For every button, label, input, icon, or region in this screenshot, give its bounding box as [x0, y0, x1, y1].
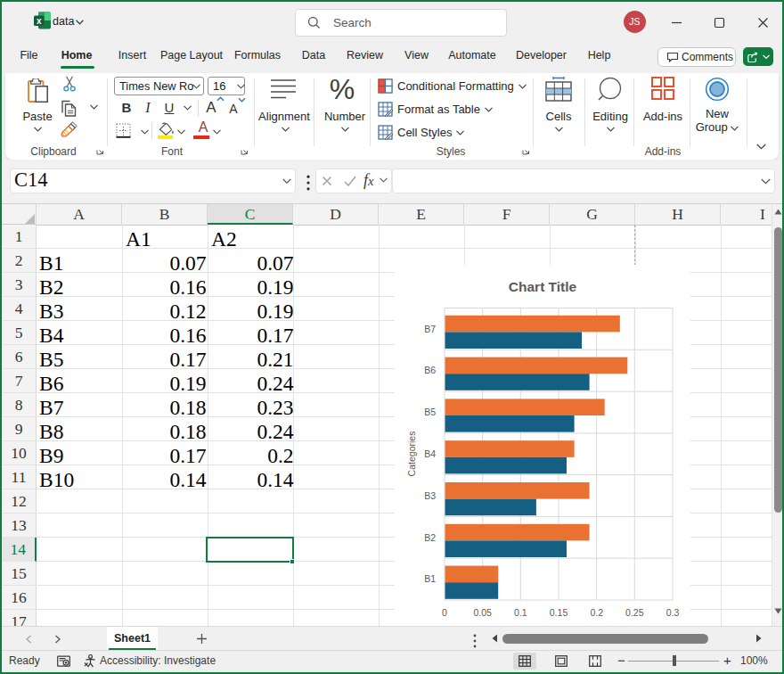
svg-text:B6: B6	[424, 365, 436, 375]
svg-text:0.25: 0.25	[625, 607, 644, 618]
svg-text:Categories: Categories	[406, 432, 417, 477]
svg-text:B4: B4	[424, 448, 436, 459]
svg-text:B3: B3	[424, 490, 436, 501]
svg-text:0: 0	[442, 607, 447, 618]
svg-text:B1: B1	[424, 573, 436, 584]
svg-text:0.1: 0.1	[514, 607, 527, 618]
svg-text:0.15: 0.15	[550, 607, 568, 618]
svg-text:x: x	[37, 16, 42, 26]
svg-text:B7: B7	[424, 324, 436, 334]
svg-text:B5: B5	[424, 407, 436, 417]
svg-text:B2: B2	[424, 532, 436, 543]
svg-text:0.2: 0.2	[590, 607, 603, 618]
svg-text:Chart Title: Chart Title	[509, 279, 577, 294]
svg-text:0.05: 0.05	[473, 607, 492, 618]
svg-text:0.3: 0.3	[666, 607, 680, 618]
